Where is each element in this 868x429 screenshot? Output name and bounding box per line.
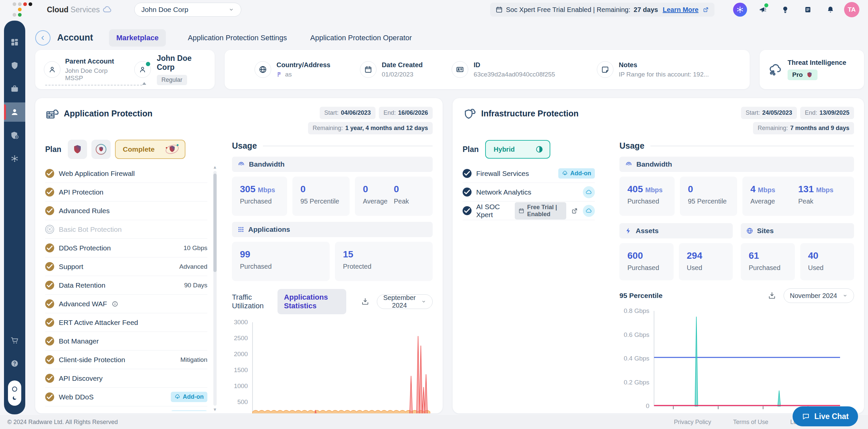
field-value: 01/02/2023 — [382, 71, 423, 78]
sidebar-item-protection[interactable] — [4, 56, 25, 75]
traffic-utilization-chart: 050010001500200025003000Sep 2Sep 9Sep 16… — [232, 318, 433, 413]
shield-cloud-icon — [463, 107, 476, 121]
feature-row: Web Application Firewall — [45, 164, 207, 183]
account-avatar — [134, 61, 151, 78]
scroll-down-icon[interactable]: ▼ — [213, 407, 217, 411]
sidebar-item-dashboard[interactable] — [4, 33, 25, 52]
start-date-badge: Start:24/05/2023 — [741, 107, 797, 119]
feature-list: ▲ ▼ Web Application FirewallAPI Protecti… — [45, 164, 219, 411]
addon-badge[interactable]: Add-on — [171, 410, 207, 411]
feature-row: Data Retention90 Days — [45, 276, 207, 295]
feature-row: Network Analytics — [463, 183, 595, 202]
feature-label: Web DDoS — [59, 393, 94, 401]
plan-label: Plan — [45, 145, 61, 154]
plan-option-tier1[interactable] — [68, 140, 87, 159]
feature-label: Advanced Rules — [59, 207, 110, 215]
bandwidth-section-header: Bandwidth — [232, 156, 433, 172]
shield-orbit-icon — [165, 142, 180, 156]
scrollbar-thumb[interactable] — [213, 174, 217, 272]
info-icon[interactable] — [112, 301, 118, 307]
check-icon — [45, 299, 54, 308]
field-label: Notes — [619, 61, 709, 69]
check-icon — [45, 206, 54, 215]
terms-of-use-link[interactable]: Terms of Use — [733, 419, 768, 426]
month-dropdown[interactable]: September 2024 — [377, 294, 433, 309]
notifications-button[interactable] — [824, 3, 837, 17]
pro-badge: Pro — [787, 69, 817, 80]
feature-label: Support — [59, 263, 84, 271]
topbar-icons — [733, 3, 837, 17]
account-details-card: Country/Address as Date Created 01/02/20… — [225, 50, 750, 89]
remaining-badge: Remaining:1 year, 4 months and 12 days — [308, 122, 433, 134]
plan-option-complete[interactable]: Complete — [115, 140, 185, 159]
sidebar-item-services[interactable] — [4, 79, 25, 98]
sidebar-item-security-addons[interactable] — [4, 126, 25, 145]
feature-row: API Discovery — [45, 369, 207, 388]
external-link-icon[interactable] — [703, 6, 709, 13]
topbar: Cloud Services John Doe Corp Soc Xpert F… — [0, 0, 868, 19]
addon-badge[interactable]: Add-on — [558, 168, 595, 179]
cloud-service-button[interactable] — [583, 205, 595, 217]
svg-text:0.6 Gbps: 0.6 Gbps — [624, 331, 649, 338]
field-label: Date Created — [382, 61, 423, 69]
release-notes-button[interactable] — [801, 3, 815, 17]
month-dropdown[interactable]: November 2024 — [784, 288, 854, 303]
lightning-icon — [625, 227, 632, 234]
field-label: Country/Address — [277, 61, 330, 69]
tab-marketplace[interactable]: Marketplace — [109, 29, 166, 47]
scroll-up-icon[interactable]: ▲ — [213, 165, 217, 169]
back-button[interactable] — [35, 30, 51, 46]
user-avatar[interactable]: TA — [844, 2, 859, 17]
svg-text:0.8 Gbps: 0.8 Gbps — [624, 307, 649, 314]
learn-more-link[interactable]: Learn More — [663, 6, 699, 13]
usage-title: Usage — [619, 141, 644, 151]
threat-intelligence-card: Threat Intelligence Pro — [760, 50, 864, 89]
plan-option-tier2[interactable] — [91, 140, 111, 159]
sidebar-item-marketplace[interactable] — [4, 331, 25, 350]
svg-text:1000: 1000 — [234, 382, 248, 390]
feature-value: Advanced — [179, 263, 207, 270]
ai-assistant-button[interactable] — [733, 3, 747, 17]
hybrid-toggle-icon — [535, 145, 544, 154]
light-mode-icon — [11, 386, 18, 393]
plan-option-hybrid[interactable]: Hybrid — [485, 140, 550, 159]
check-icon — [45, 281, 54, 290]
csv-download-button[interactable] — [768, 291, 776, 300]
infrastructure-protection-panel: Infrastructure Protection Start:24/05/20… — [453, 98, 864, 413]
tab-application-protection-operator[interactable]: Application Protection Operator — [309, 29, 413, 47]
external-link-icon[interactable] — [571, 207, 578, 214]
field-value: as — [277, 71, 330, 78]
addon-badge[interactable]: Add-on — [171, 392, 207, 402]
cloud-icon — [586, 189, 592, 196]
stat-95-percentile: 0 95 Percentile — [680, 177, 737, 216]
tab-application-protection-settings[interactable]: Application Protection Settings — [186, 29, 288, 47]
scrollbar[interactable] — [213, 171, 217, 406]
live-chat-button[interactable]: Live Chat — [793, 406, 858, 426]
feature-row: Advanced WAF — [45, 295, 207, 313]
sidebar-item-help[interactable] — [4, 354, 25, 373]
announcements-button[interactable] — [756, 3, 770, 17]
account-selector[interactable]: John Doe Corp — [134, 3, 241, 17]
sidebar-item-ai[interactable] — [4, 149, 25, 168]
tab-applications-statistics[interactable]: Applications Statistics — [277, 289, 347, 314]
bell-icon — [827, 6, 834, 13]
sites-section-header: Sites — [741, 223, 854, 238]
tab-traffic-utilization[interactable]: Traffic Utilization — [232, 293, 270, 310]
id-card-icon — [452, 61, 468, 78]
cloud-service-button[interactable] — [583, 186, 595, 198]
stat-average-peak: 4Mbps Average 131Mbps Peak — [742, 177, 854, 216]
footer: © 2024 Radware Ltd. All Rights Reserved … — [0, 415, 868, 429]
check-icon — [45, 244, 54, 252]
sidebar-item-accounts[interactable] — [4, 103, 25, 122]
help-icon — [10, 359, 19, 368]
csv-download-button[interactable] — [361, 297, 370, 306]
free-trial-badge: Free Trial | Enabled — [515, 202, 566, 220]
parent-link-connector — [45, 85, 142, 85]
privacy-policy-link[interactable]: Privacy Policy — [674, 419, 711, 426]
theme-toggle[interactable] — [8, 380, 21, 406]
cloud-icon — [586, 207, 592, 214]
cloud-download-icon — [562, 171, 568, 177]
tips-button[interactable] — [778, 3, 792, 17]
feature-row: ERT Active Attacker Feed — [45, 313, 207, 332]
plan-complete-label: Complete — [123, 145, 155, 153]
